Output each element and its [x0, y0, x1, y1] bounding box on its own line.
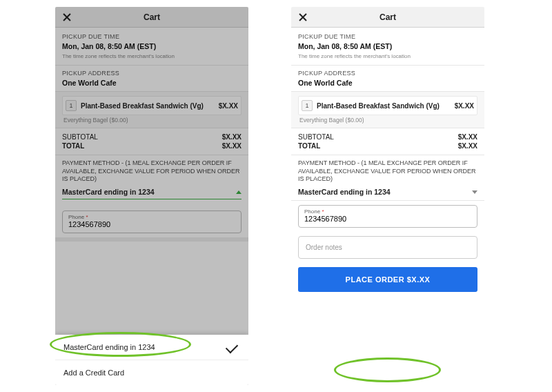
- pickup-time-label: PICKUP DUE TIME: [62, 33, 241, 40]
- order-notes-placeholder: Order notes: [306, 244, 342, 251]
- item-price: $X.XX: [455, 102, 474, 110]
- total-value: $X.XX: [458, 142, 477, 150]
- totals-section: SUBTOTAL $X.XX TOTAL $X.XX: [55, 128, 248, 155]
- cart-items-section: 1 Plant-Based Breakfast Sandwich (Vg) $X…: [291, 92, 484, 128]
- phone-label: Phone: [304, 208, 320, 215]
- item-name: Plant-Based Breakfast Sandwich (Vg): [81, 102, 215, 110]
- phone-input[interactable]: [304, 215, 471, 223]
- payment-method-selected: MasterCard ending in 1234: [62, 188, 155, 196]
- payment-section: PAYMENT METHOD - (1 MEAL EXCHANGE PER OR…: [55, 155, 248, 204]
- item-qty: 1: [302, 100, 313, 111]
- total-label: TOTAL: [62, 142, 84, 150]
- item-qty: 1: [66, 100, 77, 111]
- titlebar: Cart: [55, 7, 248, 28]
- close-icon: [61, 11, 73, 23]
- subtotal-label: SUBTOTAL: [298, 133, 334, 141]
- pickup-time-section: PICKUP DUE TIME Mon, Jan 08, 8:50 AM (ES…: [55, 28, 248, 66]
- pickup-time-note: The time zone reflects the merchant's lo…: [62, 53, 241, 59]
- pickup-time-label: PICKUP DUE TIME: [298, 33, 477, 40]
- pickup-time-value: Mon, Jan 08, 8:50 AM (EST): [298, 42, 477, 50]
- pickup-time-section: PICKUP DUE TIME Mon, Jan 08, 8:50 AM (ES…: [291, 28, 484, 66]
- payment-method-label: PAYMENT METHOD - (1 MEAL EXCHANGE PER OR…: [298, 159, 477, 184]
- page-title: Cart: [379, 12, 396, 22]
- total-label: TOTAL: [298, 142, 320, 150]
- item-name: Plant-Based Breakfast Sandwich (Vg): [317, 102, 451, 110]
- pickup-time-note: The time zone reflects the merchant's lo…: [298, 53, 477, 59]
- chevron-down-icon: [472, 190, 477, 194]
- sheet-option-add-label: Add a Credit Card: [63, 369, 124, 377]
- cart-screen-ready: Cart PICKUP DUE TIME Mon, Jan 08, 8:50 A…: [291, 7, 484, 385]
- pickup-address-section: PICKUP ADDRESS One World Cafe: [291, 66, 484, 92]
- sheet-option-card-label: MasterCard ending in 1234: [63, 343, 155, 351]
- payment-method-label: PAYMENT METHOD - (1 MEAL EXCHANGE PER OR…: [62, 159, 241, 184]
- scroll-indicator: [55, 237, 248, 242]
- required-mark: *: [322, 208, 324, 215]
- pickup-time-value: Mon, Jan 08, 8:50 AM (EST): [62, 42, 241, 50]
- page-title: Cart: [144, 12, 160, 22]
- place-order-button[interactable]: PLACE ORDER $X.XX: [298, 267, 477, 292]
- item-modifier: Everything Bagel ($0.00): [298, 115, 477, 124]
- pickup-address-section: PICKUP ADDRESS One World Cafe: [55, 66, 248, 92]
- item-modifier: Everything Bagel ($0.00): [62, 115, 241, 124]
- required-mark: *: [86, 214, 88, 220]
- cart-items-section: 1 Plant-Based Breakfast Sandwich (Vg) $X…: [55, 92, 248, 128]
- notes-section: Order notes: [291, 232, 484, 263]
- sheet-option-mastercard[interactable]: MasterCard ending in 1234: [55, 335, 248, 360]
- close-button[interactable]: [297, 11, 309, 23]
- phone-section: Phone *: [291, 201, 484, 232]
- phone-input[interactable]: [68, 220, 235, 228]
- close-icon: [297, 11, 309, 23]
- close-button[interactable]: [61, 11, 73, 23]
- totals-section: SUBTOTAL $X.XX TOTAL $X.XX: [291, 128, 484, 155]
- pickup-address-value: One World Cafe: [62, 79, 241, 87]
- phone-label: Phone: [68, 214, 84, 220]
- cart-item-row[interactable]: 1 Plant-Based Breakfast Sandwich (Vg) $X…: [298, 96, 477, 115]
- payment-method-selected: MasterCard ending in 1234: [298, 188, 391, 196]
- payment-options-sheet: MasterCard ending in 1234 Add a Credit C…: [55, 335, 248, 385]
- cart-screen-payment-open: Cart PICKUP DUE TIME Mon, Jan 08, 8:50 A…: [55, 7, 248, 385]
- payment-section: PAYMENT METHOD - (1 MEAL EXCHANGE PER OR…: [291, 155, 484, 201]
- order-notes-input[interactable]: Order notes: [298, 236, 477, 259]
- total-value: $X.XX: [222, 142, 241, 150]
- payment-method-select[interactable]: MasterCard ending in 1234: [298, 188, 477, 196]
- item-price: $X.XX: [219, 102, 238, 110]
- pickup-address-value: One World Cafe: [298, 79, 477, 87]
- pickup-address-label: PICKUP ADDRESS: [62, 70, 241, 77]
- subtotal-label: SUBTOTAL: [62, 133, 98, 141]
- subtotal-value: $X.XX: [222, 133, 241, 141]
- checkmark-icon: [226, 341, 238, 353]
- titlebar: Cart: [291, 7, 484, 28]
- phone-section: Phone *: [55, 204, 248, 237]
- subtotal-value: $X.XX: [458, 133, 477, 141]
- place-order-label: PLACE ORDER $X.XX: [346, 275, 431, 284]
- sheet-option-add-card[interactable]: Add a Credit Card: [55, 360, 248, 385]
- phone-field[interactable]: Phone *: [62, 210, 241, 233]
- cta-section: PLACE ORDER $X.XX: [291, 263, 484, 297]
- phone-field[interactable]: Phone *: [298, 205, 477, 228]
- cart-item-row[interactable]: 1 Plant-Based Breakfast Sandwich (Vg) $X…: [62, 96, 241, 115]
- chevron-up-icon: [236, 190, 241, 194]
- payment-method-select[interactable]: MasterCard ending in 1234: [62, 188, 241, 199]
- pickup-address-label: PICKUP ADDRESS: [298, 70, 477, 77]
